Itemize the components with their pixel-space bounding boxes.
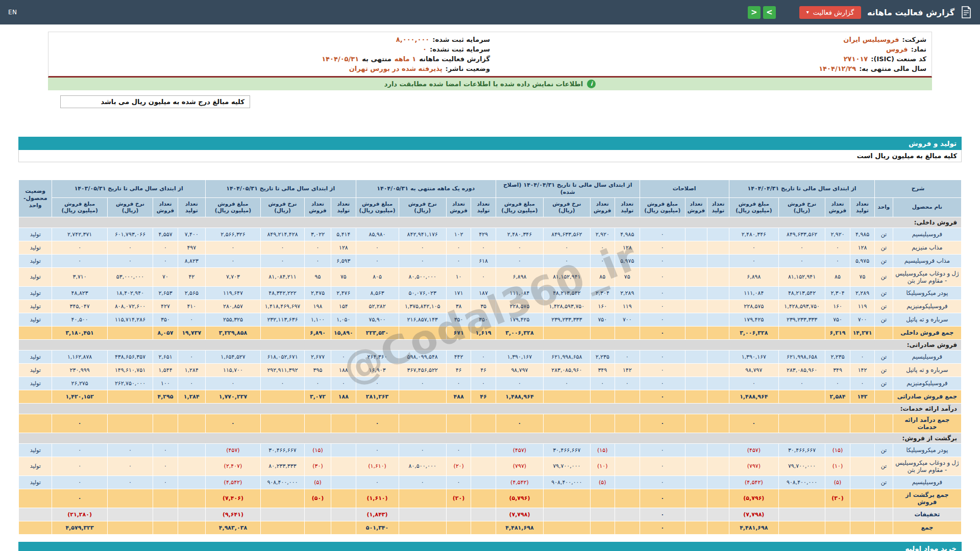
value-cell: ۰	[356, 377, 399, 390]
value-cell	[331, 508, 356, 521]
value-cell: ۰	[640, 254, 685, 267]
value-cell: ۰	[52, 443, 107, 457]
table-row: برگشت از فروش:	[19, 433, 962, 443]
value-cell: (۱,۸۴۳)	[356, 508, 399, 521]
value-cell: ۱۶,۹۰۳	[356, 363, 399, 377]
value-cell: ۱۱۱,۰۸۴	[729, 286, 778, 299]
info-cell-right: شرکت:فروسیلیس ایران	[490, 36, 926, 43]
value-cell	[850, 489, 875, 508]
value-cell: ۰	[850, 350, 875, 363]
value-cell	[471, 443, 496, 457]
status-cell: تولید	[19, 228, 52, 241]
value-cell: ۰	[640, 241, 685, 254]
value-cell	[107, 521, 153, 534]
value-cell: ۰	[615, 377, 640, 390]
value-cell: (۵,۷۹۶)	[729, 489, 778, 508]
unit-cell: تن	[875, 363, 893, 377]
column-header: مبلغ فروش (میلیون ریال)	[52, 197, 107, 217]
value-cell: ۰	[471, 267, 496, 286]
report-nav-arrows: > <	[748, 6, 776, 19]
column-header: مبلغ فروش (میلیون ریال)	[640, 197, 685, 217]
report-type-label: گزارش فعالیت	[813, 9, 854, 16]
value-cell: ۲,۴۸۰,۳۴۶	[496, 228, 543, 241]
table-row: سرباره و ته پاتیلتن۷۰۰۷۵۰۲۳۹,۲۳۳,۳۳۳۱۷۹,…	[19, 313, 962, 326]
value-cell: ۰	[205, 254, 260, 267]
value-cell: ۰	[261, 241, 305, 254]
value-cell: ۶,۸۹۰	[304, 326, 331, 339]
value-cell: ۰	[178, 313, 205, 326]
value-cell: ۱۲۸	[850, 241, 875, 254]
value-cell: ۱,۱۰۰	[304, 313, 331, 326]
column-group-header: از ابتدای سال مالی تا تاریخ ۱۴۰۴/۰۵/۳۱	[205, 180, 356, 198]
value-cell: ۴۱۰	[178, 299, 205, 313]
value-cell: ۳۴۹	[590, 363, 615, 377]
value-cell: (۵)	[304, 475, 331, 489]
value-cell: ۳,۱۸۰,۴۵۱	[52, 326, 107, 339]
value-cell	[685, 363, 707, 377]
value-cell: ۰	[640, 350, 685, 363]
value-cell	[261, 390, 305, 403]
product-name: جمع فروش داخلی	[893, 326, 961, 339]
value-cell: ۳,۰۷۲	[304, 390, 331, 403]
value-cell	[107, 326, 153, 339]
value-cell	[707, 443, 729, 457]
value-cell: ۰	[261, 254, 305, 267]
value-cell: ۴۹۷	[178, 241, 205, 254]
value-cell: ۰	[107, 475, 153, 489]
table-row: فروسیلیکومنیزیمتن۱۱۹۱۶۰۱,۴۲۸,۵۹۳,۷۵۰۲۲۸,…	[19, 299, 962, 313]
info-cell-right: سال مالی منتهی به:۱۴۰۴/۱۲/۲۹	[490, 65, 926, 72]
value-cell: ۵۰,۰۷۶,۰۲۳	[399, 286, 446, 299]
report-type-dropdown[interactable]: گزارش فعالیت ▾	[799, 6, 861, 19]
unit-cell: تن	[875, 475, 893, 489]
section-title-production-sales: تولید و فروش	[18, 137, 962, 150]
column-header: مبلغ فروش (میلیون ریال)	[356, 197, 399, 217]
value-cell: ۱۸۸	[331, 390, 356, 403]
value-cell: ۱,۵۴۴	[153, 363, 178, 377]
value-cell: ۱۹,۷۳۷	[178, 326, 205, 339]
status-cell	[19, 390, 52, 403]
value-cell: ۷۵	[850, 267, 875, 286]
info-icon: i	[587, 80, 596, 88]
value-cell: ۲۸۱,۲۶۳	[356, 390, 399, 403]
value-cell	[261, 508, 305, 521]
status-cell: تولید	[19, 286, 52, 299]
company-link[interactable]: فروسیلیس ایران	[843, 36, 899, 43]
value-cell: ۰	[205, 377, 260, 390]
value-cell	[471, 475, 496, 489]
raw-materials-section: خرید مواد اولیه شرحاز ابتدای سال مالی تا…	[18, 542, 962, 551]
status-cell: تولید	[19, 363, 52, 377]
value-cell: ۰	[107, 443, 153, 457]
table-row: جمع۴,۴۸۱,۶۹۸۰۴,۴۸۱,۶۹۸۵۰۱,۳۴۰۴,۹۸۳,۰۳۸۴,…	[19, 521, 962, 534]
table-row: جمع فروش صادراتی۱۴۲۲,۵۸۴۱,۴۸۸,۹۶۴۰۱,۴۸۸,…	[19, 390, 962, 403]
value-cell: ۰	[729, 241, 778, 254]
value-cell: ۳۴۵,۰۴۷	[52, 299, 107, 313]
next-report-button[interactable]: >	[763, 6, 776, 19]
value-cell: ۲,۴۷۵	[304, 286, 331, 299]
column-header: نرخ فروش (ریال)	[544, 197, 590, 217]
previous-report-button[interactable]: <	[748, 6, 761, 19]
language-toggle-en[interactable]: EN	[8, 9, 17, 16]
value-cell: ۰	[471, 350, 496, 363]
value-cell: ۱۴,۲۷۱	[850, 326, 875, 339]
value-cell: ۱,۶۵۴,۵۲۷	[205, 350, 260, 363]
value-cell	[544, 414, 590, 433]
value-cell	[261, 414, 305, 433]
value-cell	[107, 508, 153, 521]
product-name: فروسیلیکومنیزیم	[893, 299, 961, 313]
value-cell: ۳۹۵	[304, 363, 331, 377]
value-cell	[399, 489, 446, 508]
status-cell: تولید	[19, 350, 52, 363]
unit-cell	[875, 508, 893, 521]
value-cell: ۶۱۸,۰۵۲,۶۷۱	[261, 350, 305, 363]
value-cell: ۰	[331, 377, 356, 390]
status-cell: تولید	[19, 267, 52, 286]
value-cell: ۰	[640, 299, 685, 313]
value-cell: ۱۵,۸۹۰	[331, 326, 356, 339]
value-cell: ۰	[778, 377, 825, 390]
value-cell	[304, 521, 331, 534]
value-cell: ۱,۴۸۸,۹۶۴	[496, 390, 543, 403]
value-cell: ۴۸,۲۱۳,۵۴۲	[778, 286, 825, 299]
production-sales-table: شرحاز ابتدای سال مالی تا تاریخ ۱۴۰۴/۰۴/۳…	[18, 180, 962, 535]
value-cell	[331, 414, 356, 433]
value-cell	[707, 286, 729, 299]
